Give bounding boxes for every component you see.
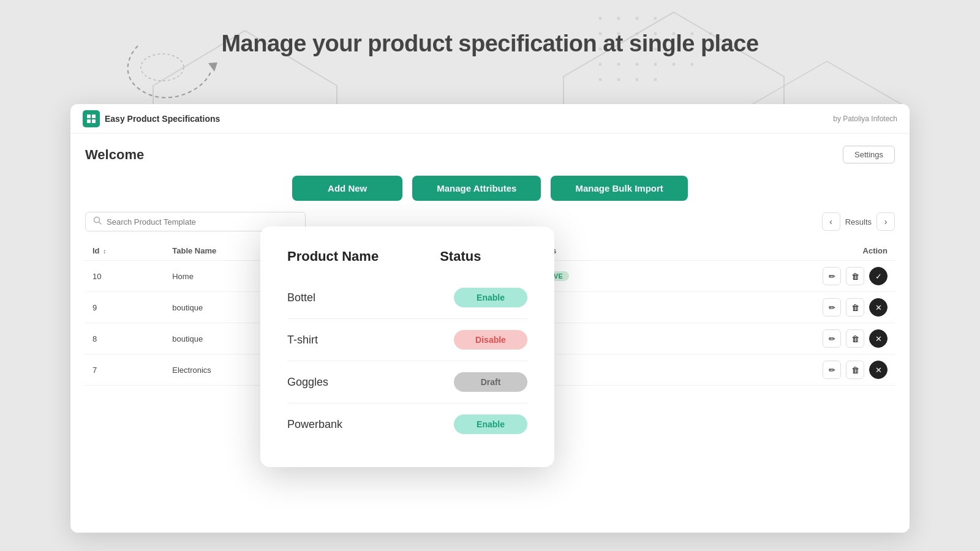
modal-product-name: Goggles (287, 376, 328, 389)
svg-marker-31 (208, 62, 217, 72)
status-toggle-button[interactable]: ✕ (869, 329, 888, 348)
delete-button[interactable]: 🗑 (846, 361, 864, 379)
modal-product-name: T-shirt (287, 334, 318, 347)
app-brand: by Patoliya Infotech (833, 114, 897, 123)
welcome-title: Welcome (85, 147, 144, 163)
svg-line-38 (99, 222, 102, 225)
app-logo-icon (83, 110, 100, 127)
cell-action: ✏ 🗑 ✓ (670, 261, 895, 292)
next-page-button[interactable]: › (876, 212, 895, 231)
manage-bulk-import-button[interactable]: Manage Bulk Import (551, 176, 687, 201)
svg-point-32 (141, 54, 184, 81)
status-toggle-button[interactable]: ✓ (869, 267, 888, 285)
modal-item-row: Powerbank Enable (287, 403, 527, 445)
cell-id: 7 (85, 354, 165, 386)
edit-button[interactable]: ✏ (823, 361, 841, 379)
decorative-arrow (113, 34, 224, 110)
search-icon (93, 216, 102, 227)
edit-button[interactable]: ✏ (823, 329, 841, 348)
col-action: Action (670, 241, 895, 261)
svg-point-19 (599, 78, 602, 81)
app-name-label: Easy Product Specifications (105, 114, 220, 124)
status-toggle-button[interactable]: ✕ (869, 361, 888, 379)
svg-point-21 (636, 78, 639, 81)
svg-point-4 (617, 17, 620, 20)
search-input[interactable] (107, 217, 298, 227)
svg-rect-35 (87, 119, 91, 123)
cell-id: 8 (85, 323, 165, 354)
app-window: Easy Product Specifications by Patoliya … (70, 104, 910, 533)
cell-id: 9 (85, 292, 165, 323)
svg-point-22 (654, 78, 657, 81)
svg-point-6 (654, 17, 657, 20)
modal-product-name: Powerbank (287, 418, 342, 431)
edit-button[interactable]: ✏ (823, 267, 841, 285)
app-logo-area: Easy Product Specifications (83, 110, 220, 127)
modal-product-col-title: Product Name (287, 249, 379, 264)
svg-point-30 (691, 63, 694, 66)
svg-point-3 (599, 17, 602, 20)
svg-point-5 (636, 17, 639, 20)
modal-card: Product Name Status Bottel Enable T-shir… (260, 227, 554, 467)
delete-button[interactable]: 🗑 (846, 329, 864, 348)
cell-id: 10 (85, 261, 165, 292)
sort-icon: ↕ (103, 248, 106, 255)
delete-button[interactable]: 🗑 (846, 267, 864, 285)
results-nav: ‹ Results › (822, 212, 895, 231)
welcome-row: Welcome Settings (85, 146, 895, 163)
svg-rect-34 (92, 114, 96, 118)
edit-button[interactable]: ✏ (823, 298, 841, 317)
modal-item-row: Goggles Draft (287, 361, 527, 403)
svg-point-17 (636, 63, 639, 66)
modal-status-col-title: Status (440, 249, 481, 264)
svg-point-18 (654, 63, 657, 66)
col-id: Id ↕ (85, 241, 165, 261)
svg-point-29 (673, 63, 676, 66)
modal-product-name: Bottel (287, 291, 315, 304)
modal-status-badge: Draft (454, 372, 527, 392)
hero-text: Manage your product specification at sin… (221, 31, 758, 56)
cell-action: ✏ 🗑 ✕ (670, 323, 895, 354)
modal-items-list: Bottel Enable T-shirt Disable Goggles Dr… (287, 277, 527, 445)
results-label: Results (845, 217, 872, 227)
cell-action: ✏ 🗑 ✕ (670, 354, 895, 386)
svg-point-16 (617, 63, 620, 66)
svg-point-20 (617, 78, 620, 81)
modal-status-badge: Enable (454, 414, 527, 434)
modal-item-row: Bottel Enable (287, 277, 527, 319)
svg-rect-36 (92, 119, 96, 123)
prev-page-button[interactable]: ‹ (822, 212, 840, 231)
manage-attributes-button[interactable]: Manage Attributes (412, 176, 541, 201)
svg-rect-33 (87, 114, 91, 118)
modal-item-row: T-shirt Disable (287, 319, 527, 361)
modal-header-row: Product Name Status (287, 249, 527, 264)
modal-status-badge: Enable (454, 288, 527, 307)
add-new-button[interactable]: Add New (292, 176, 402, 201)
action-buttons-row: Add New Manage Attributes Manage Bulk Im… (85, 176, 895, 201)
status-toggle-button[interactable]: ✕ (869, 298, 888, 317)
settings-button[interactable]: Settings (843, 146, 895, 163)
svg-point-15 (599, 63, 602, 66)
delete-button[interactable]: 🗑 (846, 298, 864, 317)
cell-action: ✏ 🗑 ✕ (670, 292, 895, 323)
modal-status-badge: Disable (454, 330, 527, 350)
